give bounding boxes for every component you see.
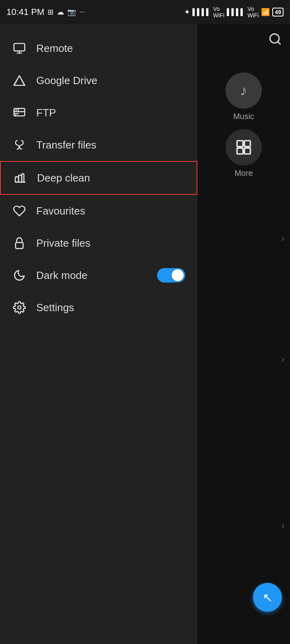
private-files-label: Private files — [36, 237, 90, 250]
vowifi-label: VoWiFi — [213, 6, 224, 19]
toggle-knob — [172, 269, 184, 281]
svg-rect-15 — [244, 141, 251, 147]
dots-icon: ··· — [79, 8, 85, 16]
time-display: 10:41 PM — [6, 7, 44, 17]
svg-rect-10 — [16, 243, 23, 249]
drive-icon — [12, 73, 27, 88]
svg-point-11 — [18, 306, 21, 309]
signal2-icon: ▌▌▌▌ — [227, 8, 245, 16]
chevron-mid-right: › — [282, 233, 284, 244]
deep-clean-label: Deep clean — [37, 172, 90, 184]
remote-label: Remote — [36, 42, 73, 55]
menu-item-remote[interactable]: Remote — [0, 32, 197, 64]
menu-item-dark-mode[interactable]: Dark mode — [0, 259, 197, 291]
chevron-lower-right: › — [282, 354, 284, 365]
svg-rect-0 — [14, 43, 25, 51]
hash-icon: ⊞ — [48, 8, 54, 17]
transfer-icon — [12, 138, 27, 152]
status-icons: ✦ ▌▌▌▌ VoWiFi ▌▌▌▌ VoWiFi 📶 49 — [184, 6, 284, 19]
right-panel: ♪ Music More › › › — [197, 24, 290, 644]
menu-item-ftp[interactable]: FTP — [0, 97, 197, 129]
menu-item-favourites[interactable]: Favourites — [0, 195, 197, 227]
fab-button[interactable]: ↖ — [253, 583, 282, 612]
more-label: More — [234, 169, 253, 178]
settings-label: Settings — [36, 301, 74, 314]
moon-icon — [12, 268, 27, 283]
music-note-icon: ♪ — [240, 82, 247, 99]
menu-item-google-drive[interactable]: Google Drive — [0, 64, 197, 97]
lock-icon — [12, 236, 27, 250]
vowifi2-label: VoWiFi — [247, 6, 259, 19]
ftp-icon — [12, 105, 27, 120]
ftp-label: FTP — [36, 107, 56, 119]
dark-mode-label: Dark mode — [36, 269, 87, 282]
transfer-files-label: Transfer files — [36, 139, 96, 151]
chevron-bottom-right: › — [282, 521, 284, 531]
menu-item-settings[interactable]: Settings — [0, 291, 197, 324]
svg-rect-14 — [237, 141, 243, 147]
more-icon-circle[interactable] — [226, 129, 262, 165]
menu-item-deep-clean[interactable]: Deep clean — [0, 161, 197, 195]
dark-mode-toggle-wrapper — [157, 268, 185, 283]
fab-arrow-icon: ↖ — [263, 590, 273, 605]
svg-rect-17 — [244, 148, 251, 154]
main-layout: Remote Google Drive — [0, 24, 290, 644]
settings-icon — [12, 300, 27, 315]
signal-icon: ▌▌▌▌ — [193, 8, 211, 16]
more-section: More — [226, 129, 262, 178]
svg-line-13 — [278, 42, 280, 44]
bluetooth-icon: ✦ — [184, 8, 190, 17]
music-label: Music — [233, 112, 254, 121]
monitor-icon — [12, 41, 27, 56]
menu-item-transfer-files[interactable]: Transfer files — [0, 129, 197, 161]
google-drive-label: Google Drive — [36, 74, 97, 87]
cloud-icon: ☁ — [57, 8, 64, 17]
camera-icon: 📷 — [67, 8, 76, 17]
music-icon-circle[interactable]: ♪ — [226, 72, 262, 109]
status-bar: 10:41 PM ⊞ ☁ 📷 ··· ✦ ▌▌▌▌ VoWiFi ▌▌▌▌ Vo… — [0, 0, 290, 24]
drawer: Remote Google Drive — [0, 24, 197, 644]
status-time: 10:41 PM ⊞ ☁ 📷 ··· — [6, 7, 85, 17]
favourites-label: Favourites — [36, 205, 85, 217]
menu-item-private-files[interactable]: Private files — [0, 227, 197, 259]
deep-clean-icon — [13, 171, 27, 185]
battery-display: 49 — [272, 8, 284, 17]
dark-mode-toggle[interactable] — [157, 268, 185, 283]
music-section: ♪ Music — [226, 72, 262, 121]
svg-rect-16 — [237, 148, 243, 154]
heart-icon — [12, 204, 27, 218]
wifi-icon: 📶 — [261, 8, 270, 17]
search-icon[interactable] — [268, 32, 282, 49]
